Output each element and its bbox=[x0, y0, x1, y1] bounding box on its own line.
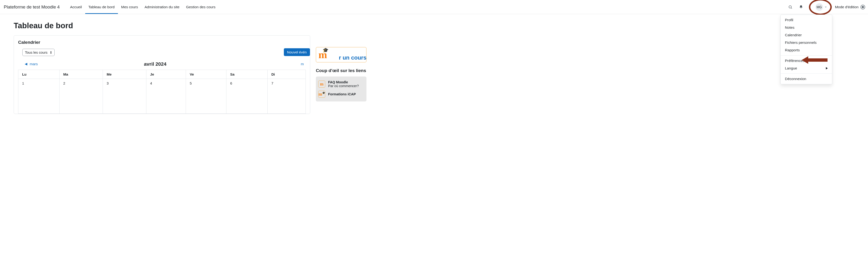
menu-divider-1 bbox=[781, 55, 832, 56]
faq-subtitle: Par où commencer? bbox=[328, 84, 359, 88]
menu-rapports[interactable]: Rapports bbox=[781, 47, 832, 54]
nav-primary: Accueil Tableau de bord Mes cours Admini… bbox=[67, 0, 219, 14]
main-region: Tableau de bord Calendrier Tous les cour… bbox=[14, 21, 310, 114]
nav-gestion-cours[interactable]: Gestion des cours bbox=[183, 0, 219, 14]
menu-deconnexion[interactable]: Déconnexion bbox=[781, 75, 832, 83]
calendar-table: Lu Ma Me Je Ve Sa Di 1 2 3 4 bbox=[18, 70, 306, 114]
user-dropdown: Profil Notes Calendrier Fichiers personn… bbox=[780, 14, 832, 84]
svg-marker-2 bbox=[826, 67, 828, 69]
prev-month-link[interactable]: mars bbox=[25, 62, 38, 66]
calendar-monthbar: mars avril 2024 m bbox=[18, 61, 306, 69]
course-filter-label: Tous les cours bbox=[25, 51, 48, 54]
menu-divider-2 bbox=[781, 73, 832, 74]
next-month-cut[interactable]: m bbox=[301, 62, 304, 66]
day-header-ma: Ma bbox=[59, 70, 103, 79]
menu-preferences[interactable]: Préférences bbox=[781, 57, 832, 64]
menu-notes[interactable]: Notes bbox=[781, 24, 832, 31]
nav-accueil[interactable]: Accueil bbox=[67, 0, 85, 14]
day-header-lu: Lu bbox=[18, 70, 60, 79]
aside-region: m🎓 r un cours Coup d'œil sur les liens m… bbox=[316, 21, 367, 114]
link-faq-moodle[interactable]: m FAQ Moodle Par où commencer? bbox=[318, 79, 364, 89]
moodle-mini-icon: m bbox=[318, 81, 325, 88]
menu-langue-label: Langue bbox=[785, 66, 797, 70]
sort-icon: ▲▼ bbox=[50, 51, 52, 54]
user-menu-trigger-wrap: MG bbox=[813, 1, 829, 13]
cal-cell-4[interactable]: 4 bbox=[146, 79, 186, 114]
nav-mes-cours[interactable]: Mes cours bbox=[118, 0, 142, 14]
svg-point-0 bbox=[789, 6, 792, 8]
notifications-icon[interactable] bbox=[797, 3, 805, 11]
day-header-di: Di bbox=[267, 70, 306, 79]
toggle-switch[interactable] bbox=[861, 5, 865, 9]
svg-marker-4 bbox=[25, 63, 27, 65]
day-header-sa: Sa bbox=[226, 70, 268, 79]
nav-right: MG Mode d'édition bbox=[786, 1, 865, 13]
page-body: Tableau de bord Calendrier Tous les cour… bbox=[0, 14, 868, 114]
quick-links-card: m FAQ Moodle Par où commencer? m🎓 Format… bbox=[316, 77, 367, 101]
avatar: MG bbox=[815, 3, 823, 11]
menu-langue[interactable]: Langue bbox=[781, 64, 832, 72]
menu-profil[interactable]: Profil bbox=[781, 16, 832, 24]
search-icon[interactable] bbox=[786, 3, 795, 11]
calendar-block: Calendrier Tous les cours ▲▼ Nouvel évén… bbox=[14, 35, 310, 114]
chevron-right-icon bbox=[826, 67, 828, 69]
quick-links-heading: Coup d'œil sur les liens bbox=[316, 68, 367, 73]
cal-cell-2[interactable]: 2 bbox=[59, 79, 103, 114]
new-event-button[interactable]: Nouvel évén bbox=[284, 48, 310, 56]
cal-cell-3[interactable]: 3 bbox=[103, 79, 146, 114]
cal-cell-7[interactable]: 7 bbox=[267, 79, 306, 114]
day-header-je: Je bbox=[146, 70, 186, 79]
formations-label: Formations iCAP bbox=[328, 92, 356, 96]
faq-title: FAQ Moodle bbox=[328, 80, 348, 84]
navbar: Plateforme de test Moodle 4 Accueil Tabl… bbox=[0, 0, 868, 14]
menu-fichiers-personnels[interactable]: Fichiers personnels bbox=[781, 39, 832, 47]
link-formations-icap[interactable]: m🎓 Formations iCAP bbox=[318, 89, 364, 99]
moodle-logo-icon: m🎓 bbox=[318, 49, 327, 61]
nav-divider bbox=[809, 4, 809, 10]
chevron-down-icon bbox=[825, 6, 827, 8]
day-header-me: Me bbox=[103, 70, 146, 79]
svg-line-1 bbox=[791, 8, 792, 8]
day-header-ve: Ve bbox=[186, 70, 226, 79]
nav-tableau-de-bord[interactable]: Tableau de bord bbox=[85, 0, 118, 14]
user-menu-trigger[interactable]: MG bbox=[814, 2, 829, 12]
cal-cell-6[interactable]: 6 bbox=[226, 79, 268, 114]
edit-mode-label: Mode d'édition bbox=[835, 5, 859, 9]
moodle-mini-icon-2: m🎓 bbox=[318, 91, 325, 98]
edit-mode-toggle[interactable]: Mode d'édition bbox=[832, 5, 865, 9]
calendar-heading: Calendrier bbox=[18, 40, 306, 45]
caret-left-icon bbox=[25, 63, 27, 65]
create-course-link-cut[interactable]: r un cours bbox=[339, 54, 367, 61]
nav-admin-site[interactable]: Administration du site bbox=[141, 0, 183, 14]
page-title: Tableau de bord bbox=[14, 21, 310, 30]
cal-cell-5[interactable]: 5 bbox=[186, 79, 226, 114]
brand-link[interactable]: Plateforme de test Moodle 4 bbox=[4, 4, 64, 10]
menu-calendrier[interactable]: Calendrier bbox=[781, 31, 832, 39]
cal-cell-1[interactable]: 1 bbox=[18, 79, 60, 114]
course-filter-select[interactable]: Tous les cours ▲▼ bbox=[22, 49, 55, 56]
prev-month-label: mars bbox=[30, 62, 38, 66]
current-month: avril 2024 bbox=[144, 61, 166, 67]
